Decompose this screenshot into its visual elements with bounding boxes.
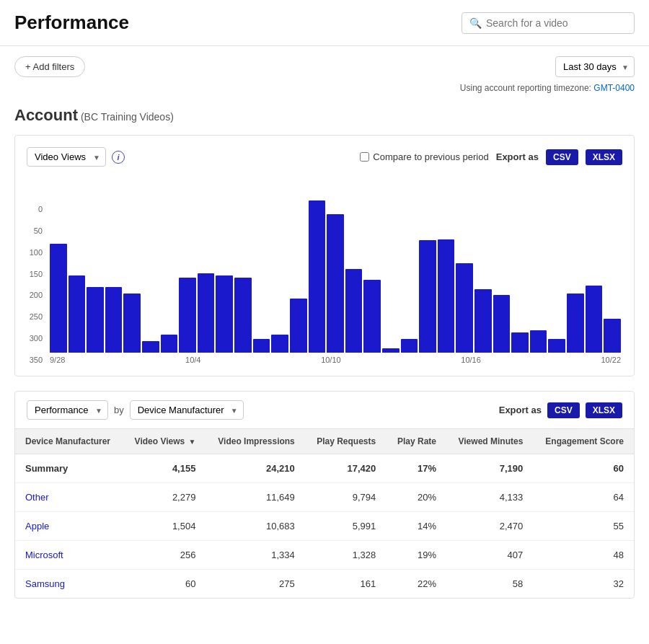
timezone-row: Using account reporting timezone: GMT-04… [0,81,649,99]
date-range-select[interactable]: Last 30 days [555,56,635,77]
x-axis-label: 10/4 [185,356,200,364]
y-axis-label: 250 [27,313,43,321]
bar[interactable] [198,273,215,353]
table-cell: 407 [446,541,533,570]
bar[interactable] [271,335,288,353]
bar[interactable] [511,332,529,353]
table-header-cell[interactable]: Video Views ▼ [123,429,206,454]
table-cell: 1,334 [206,541,304,570]
y-axis-label: 150 [27,270,43,278]
account-title: Account [14,106,78,124]
chart-toolbar-left: Video Views i [27,147,125,167]
table-toolbar: Performance by Device Manufacturer Expor… [15,392,634,428]
toolbar: + Add filters Last 30 days [0,46,649,81]
y-axis-label: 50 [27,227,43,235]
table-header-cell[interactable]: Engagement Score [533,429,634,454]
table-cell: 4,155 [123,454,206,483]
table-row: Samsung6027516122%5832 [15,570,634,599]
device-select[interactable]: Device Manufacturer [130,400,244,420]
bar[interactable] [493,295,511,353]
bar[interactable] [69,275,86,353]
table-cell-name[interactable]: Other [15,483,123,512]
bar[interactable] [456,263,473,353]
bar[interactable] [179,278,196,353]
compare-checkbox[interactable] [360,152,369,162]
table-cell: 275 [206,570,304,599]
bar[interactable] [401,339,418,353]
table-cell: 58 [446,570,533,599]
bar[interactable] [234,278,252,353]
chart-csv-button[interactable]: CSV [546,149,578,165]
table-header-row: Device ManufacturerVideo Views ▼Video Im… [15,429,634,454]
chart-xlsx-button[interactable]: XLSX [586,149,622,165]
chart-body: 9/2810/410/1010/1610/22 [48,353,622,364]
bar[interactable] [253,339,270,353]
bar-chart-area: 350300250200150100500 9/2810/410/1010/16… [27,177,622,364]
table-cell: 2,470 [446,512,533,541]
table-toolbar-right: Export as CSV XLSX [499,402,622,418]
table-cell: 5,991 [305,512,386,541]
perf-select-wrapper: Performance [27,400,108,420]
bar[interactable] [586,286,603,353]
search-input[interactable] [486,17,627,29]
chart-toolbar-right: Compare to previous period Export as CSV… [360,149,622,165]
table-cell: 2,279 [123,483,206,512]
bar[interactable] [363,280,381,353]
x-axis-label: 10/10 [321,356,341,364]
bar[interactable] [290,299,307,353]
date-range-wrapper: Last 30 days [555,56,635,77]
table-csv-button[interactable]: CSV [547,402,580,418]
bar[interactable] [419,240,436,353]
bar[interactable] [567,294,584,353]
info-icon[interactable]: i [112,151,125,164]
bar[interactable] [105,287,123,353]
table-cell: 60 [533,454,634,483]
y-axis-label: 350 [27,356,43,364]
bar[interactable] [161,335,178,353]
table-cell: 22% [386,570,446,599]
table-header-cell[interactable]: Play Requests [305,429,386,454]
table-cell-name[interactable]: Apple [15,512,123,541]
table-cell: 64 [533,483,634,512]
table-cell-name[interactable]: Microsoft [15,541,123,570]
account-subtitle: (BC Training Videos) [81,111,174,123]
table-cell: 161 [305,570,386,599]
bar[interactable] [142,341,159,353]
bar[interactable] [216,275,233,353]
table-header-cell[interactable]: Viewed Minutes [446,429,533,454]
table-toolbar-left: Performance by Device Manufacturer [27,400,244,420]
table-cell: 19% [386,541,446,570]
table-cell: 48 [533,541,634,570]
y-axis-label: 100 [27,249,43,257]
timezone-link[interactable]: GMT-0400 [593,83,635,93]
bar[interactable] [50,244,67,353]
metric-select[interactable]: Video Views [27,147,106,167]
table-header-cell[interactable]: Device Manufacturer [15,429,123,454]
table-row: Apple1,50410,6835,99114%2,47055 [15,512,634,541]
bar[interactable] [327,214,344,353]
bar[interactable] [345,269,363,353]
add-filter-button[interactable]: + Add filters [14,56,85,77]
table-xlsx-button[interactable]: XLSX [586,402,622,418]
table-cell: 20% [386,483,446,512]
table-head: Device ManufacturerVideo Views ▼Video Im… [15,429,634,454]
bar[interactable] [474,289,492,353]
perf-select[interactable]: Performance [27,400,108,420]
table-cell-name[interactable]: Samsung [15,570,123,599]
bar[interactable] [530,330,547,353]
bar[interactable] [87,287,104,353]
search-box[interactable]: 🔍 [462,12,635,34]
bar[interactable] [382,348,399,353]
table-cell: 55 [533,512,634,541]
bar[interactable] [438,239,455,353]
compare-label[interactable]: Compare to previous period [360,151,488,162]
bar[interactable] [604,319,621,353]
bar[interactable] [309,200,326,353]
y-axis-label: 200 [27,291,43,299]
table-cell: 256 [123,541,206,570]
table-header-cell[interactable]: Video Impressions [206,429,304,454]
table-header-cell[interactable]: Play Rate [386,429,446,454]
bar[interactable] [123,294,141,353]
bar[interactable] [548,339,565,353]
page-title: Performance [14,12,129,34]
